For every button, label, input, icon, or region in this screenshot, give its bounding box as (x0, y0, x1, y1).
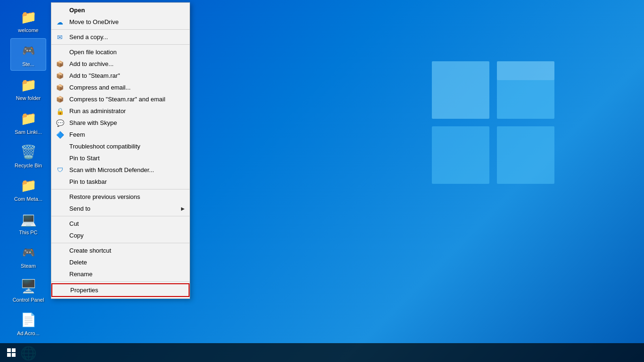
ctx-open-label: Open (69, 7, 85, 14)
ctx-add-archive[interactable]: 📦 Add to archive... (51, 58, 190, 70)
ctx-scan-defender[interactable]: 🛡 Scan with Microsoft Defender... (51, 164, 190, 176)
ctx-rename-label: Rename (69, 271, 92, 278)
run-admin-icon: 🔒 (55, 107, 65, 116)
ad-acro-icon: 📄 (19, 311, 38, 329)
recycle-bin-label: Recycle Bin (15, 163, 42, 169)
sep4 (51, 216, 190, 216)
ctx-move-onedrive[interactable]: ☁ Move to OneDrive (51, 16, 190, 28)
ctx-open-file-location[interactable]: Open file location (51, 46, 190, 58)
svg-rect-9 (12, 353, 16, 357)
control-panel-label: Control Panel (13, 297, 44, 303)
archive-icon: 📦 (55, 59, 65, 69)
svg-rect-4 (432, 61, 489, 119)
steam-icon: 🎮 (19, 243, 38, 262)
desktop-icon-steam1[interactable]: 🎮 Ste... (10, 38, 46, 71)
ctx-restore-versions[interactable]: Restore previous versions (51, 191, 190, 203)
new-folder-icon: 📁 (19, 75, 38, 94)
ctx-delete[interactable]: Delete (51, 256, 190, 268)
recycle-bin-icon: 🗑️ (19, 143, 38, 162)
desktop-icon-new-folder[interactable]: 📁 New folder (10, 73, 46, 104)
ctx-properties[interactable]: Properties (51, 283, 190, 297)
ctx-delete-label: Delete (69, 259, 87, 266)
desktop-icon-ad-acro[interactable]: 📄 Ad Acro... (10, 308, 46, 339)
ctx-share-skype-label: Share with Skype (69, 119, 117, 126)
new-folder-label: New folder (16, 95, 41, 101)
sep5 (51, 243, 190, 243)
ctx-copy[interactable]: Copy (51, 230, 190, 241)
windows-logo (432, 61, 554, 184)
desktop-icon-comp-meta[interactable]: 📁 Com Meta... (10, 173, 46, 205)
defender-icon: 🛡 (55, 165, 65, 175)
ctx-pin-start[interactable]: Pin to Start (51, 152, 190, 164)
desktop-icon-sam-link[interactable]: 📁 Sam Linki... (10, 107, 46, 138)
ctx-troubleshoot-label: Troubleshoot compatibility (69, 143, 140, 150)
sep1 (51, 29, 190, 30)
ctx-pin-start-label: Pin to Start (69, 155, 99, 162)
sep3 (51, 189, 190, 189)
ctx-pin-taskbar-label: Pin to taskbar (69, 178, 107, 185)
desktop-icon-this-pc[interactable]: 💻 This PC (10, 207, 46, 239)
svg-rect-2 (432, 126, 489, 184)
this-pc-icon: 💻 (19, 210, 38, 229)
archive4-icon: 📦 (55, 95, 65, 104)
ctx-run-admin-label: Run as administrator (69, 107, 126, 115)
ctx-cut-label: Cut (69, 220, 79, 227)
welcome-label: welcome (18, 27, 38, 33)
svg-rect-6 (7, 348, 11, 352)
svg-rect-7 (12, 348, 16, 352)
sam-link-icon: 📁 (19, 109, 38, 128)
ctx-send-copy[interactable]: ✉ Send a copy... (51, 31, 190, 43)
skype-icon: 💬 (55, 118, 65, 128)
desktop-icon-recycle-bin[interactable]: 🗑️ Recycle Bin (10, 140, 46, 172)
desktop-icon-welcome[interactable]: 📁 welcome (10, 5, 46, 36)
ctx-pin-taskbar[interactable]: Pin to taskbar (51, 176, 190, 188)
ctx-compress-steam-email[interactable]: 📦 Compress to "Steam.rar" and email (51, 93, 190, 105)
ctx-move-onedrive-label: Move to OneDrive (69, 18, 119, 25)
ctx-compress-email[interactable]: 📦 Compress and email... (51, 82, 190, 93)
welcome-icon: 📁 (19, 8, 38, 26)
ctx-feem[interactable]: 🔷 Feem (51, 129, 190, 140)
ctx-send-to[interactable]: Send to (51, 203, 190, 214)
comp-meta-icon: 📁 (19, 176, 38, 195)
sep2 (51, 44, 190, 45)
steam-label: Steam (21, 263, 36, 269)
ctx-run-admin[interactable]: 🔒 Run as administrator (51, 105, 190, 117)
ctx-create-shortcut[interactable]: Create shortcut (51, 245, 190, 256)
steam1-label: Ste... (22, 61, 34, 67)
sep6 (51, 281, 190, 282)
svg-rect-5 (497, 61, 554, 80)
ctx-send-to-label: Send to (69, 205, 91, 212)
ctx-add-archive-label: Add to archive... (69, 60, 114, 67)
ctx-properties-label: Properties (70, 287, 98, 294)
svg-rect-8 (7, 353, 11, 357)
desktop-icon-control-panel[interactable]: 🖥️ Control Panel (10, 274, 46, 306)
taskbar (0, 343, 644, 362)
archive3-icon: 📦 (55, 83, 65, 92)
this-pc-label: This PC (19, 230, 37, 236)
ctx-open[interactable]: Open (51, 4, 190, 16)
sam-link-label: Sam Linki... (15, 129, 41, 135)
start-button[interactable] (0, 343, 23, 362)
control-panel-icon: 🖥️ (19, 277, 38, 296)
desktop-icons: 📁 welcome 🎮 Ste... 📁 New folder 📁 Sam Li… (0, 0, 57, 362)
feem-icon: 🔷 (55, 130, 65, 140)
ctx-create-shortcut-label: Create shortcut (69, 247, 111, 254)
ctx-send-copy-label: Send a copy... (69, 33, 108, 41)
ctx-scan-defender-label: Scan with Microsoft Defender... (69, 166, 154, 173)
ctx-rename[interactable]: Rename (51, 268, 190, 280)
svg-rect-3 (497, 126, 554, 184)
ctx-add-steam-rar[interactable]: 📦 Add to "Steam.rar" (51, 70, 190, 82)
ctx-feem-label: Feem (69, 131, 85, 138)
ctx-share-skype[interactable]: 💬 Share with Skype (51, 117, 190, 129)
ctx-compress-email-label: Compress and email... (69, 84, 131, 91)
start-icon (7, 348, 16, 357)
comp-meta-label: Com Meta... (14, 196, 42, 202)
desktop-icon-steam[interactable]: 🎮 Steam (10, 240, 46, 272)
ctx-compress-steam-email-label: Compress to "Steam.rar" and email (69, 96, 165, 103)
ctx-copy-label: Copy (69, 232, 83, 239)
ctx-cut[interactable]: Cut (51, 218, 190, 230)
steam1-icon: 🎮 (19, 41, 38, 60)
ctx-restore-versions-label: Restore previous versions (69, 193, 140, 200)
ctx-troubleshoot[interactable]: Troubleshoot compatibility (51, 140, 190, 152)
ctx-add-steam-rar-label: Add to "Steam.rar" (69, 72, 120, 79)
